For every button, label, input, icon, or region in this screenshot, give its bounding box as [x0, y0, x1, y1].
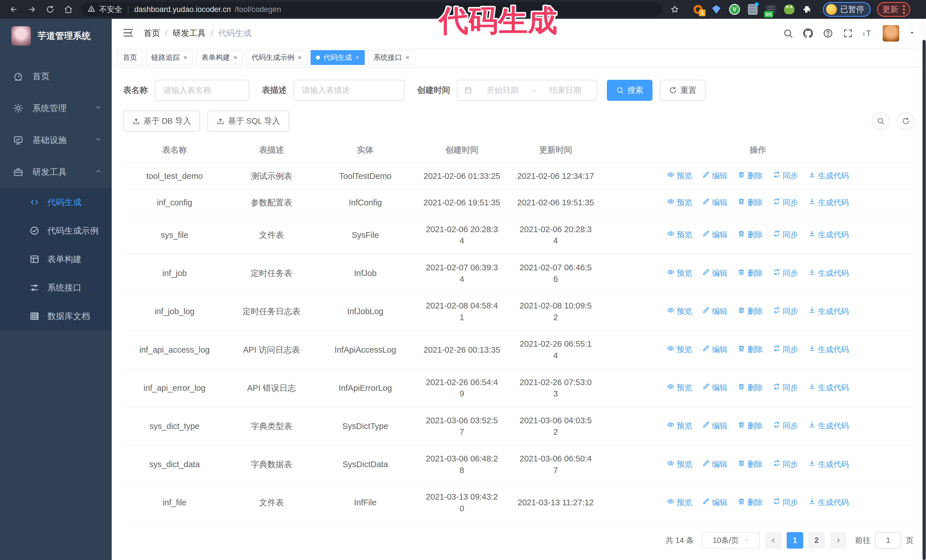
generate-link[interactable]: 生成代码 — [808, 459, 849, 470]
table-row[interactable]: inf_api_access_logAPI 访问日志表InfApiAccessL… — [123, 331, 915, 369]
delete-link[interactable]: 删除 — [738, 268, 763, 279]
generate-link[interactable]: 生成代码 — [808, 198, 849, 208]
tab-tracing[interactable]: 链路追踪× — [146, 50, 193, 65]
tab-codegen-demo[interactable]: 代码生成示例× — [246, 50, 307, 65]
sidebar-subitem-system-api[interactable]: 系统接口 — [0, 273, 112, 302]
table-row[interactable]: sys_dict_data字典数据表SysDictData2021-03-06 … — [123, 445, 915, 484]
delete-link[interactable]: 删除 — [738, 497, 763, 508]
edit-link[interactable]: 编辑 — [702, 344, 728, 355]
delete-link[interactable]: 删除 — [738, 306, 763, 317]
import-sql-button[interactable]: 基于 SQL 导入 — [207, 110, 289, 131]
home-icon[interactable] — [61, 3, 76, 16]
page-2-button[interactable]: 2 — [808, 532, 825, 549]
breadcrumb-item[interactable]: 研发工具 — [172, 28, 206, 39]
bookmark-star-icon[interactable] — [667, 3, 683, 16]
avatar-caret-down-icon[interactable] — [909, 30, 915, 37]
sync-link[interactable]: 同步 — [773, 421, 798, 432]
preview-link[interactable]: 预览 — [667, 421, 692, 432]
table-row[interactable]: inf_job定时任务表InfJob2021-02-07 06:39:3 420… — [123, 254, 915, 293]
sidebar-item-devtools[interactable]: 研发工具 — [0, 156, 112, 188]
extension-animal-icon[interactable] — [784, 4, 795, 15]
scrollbar-thumb[interactable] — [923, 40, 926, 560]
edit-link[interactable]: 编辑 — [702, 171, 728, 181]
delete-link[interactable]: 删除 — [738, 344, 763, 355]
tab-codegen[interactable]: 代码生成× — [310, 50, 365, 65]
start-date-placeholder[interactable]: 开始日期 — [478, 85, 527, 96]
sidebar-item-system[interactable]: 系统管理 — [0, 92, 112, 124]
preview-link[interactable]: 预览 — [667, 459, 692, 470]
table-row[interactable]: sys_dict_type字典类型表SysDictType2021-03-06 … — [123, 408, 915, 445]
goto-page-input[interactable] — [875, 532, 901, 549]
generate-link[interactable]: 生成代码 — [808, 229, 849, 240]
tab-home[interactable]: 首页 — [117, 50, 142, 65]
back-icon[interactable] — [6, 3, 22, 16]
edit-link[interactable]: 编辑 — [702, 459, 728, 470]
close-icon[interactable]: × — [406, 54, 409, 61]
table-row[interactable]: inf_config参数配置表InfConfig2021-02-06 19:51… — [123, 189, 915, 216]
delete-link[interactable]: 删除 — [738, 171, 763, 181]
paused-profile-badge[interactable]: 已暂停 — [823, 2, 871, 17]
sync-link[interactable]: 同步 — [773, 268, 798, 279]
table-desc-input[interactable] — [294, 80, 405, 101]
close-icon[interactable]: × — [298, 54, 302, 61]
end-date-placeholder[interactable]: 结束日期 — [540, 85, 590, 96]
delete-link[interactable]: 删除 — [738, 198, 763, 208]
edit-link[interactable]: 编辑 — [702, 229, 728, 240]
generate-link[interactable]: 生成代码 — [808, 344, 849, 355]
delete-link[interactable]: 删除 — [738, 459, 763, 470]
sidebar-subitem-codegen[interactable]: 代码生成 — [0, 188, 112, 216]
hamburger-icon[interactable] — [123, 27, 134, 39]
page-scrollbar[interactable] — [922, 19, 926, 560]
breadcrumb-item[interactable]: 首页 — [144, 28, 160, 39]
app-logo[interactable]: 芋道管理系统 — [0, 19, 112, 53]
preview-link[interactable]: 预览 — [667, 383, 692, 393]
preview-link[interactable]: 预览 — [667, 229, 692, 240]
extensions-puzzle-icon[interactable] — [802, 4, 813, 15]
delete-link[interactable]: 删除 — [738, 229, 763, 240]
table-row[interactable]: tool_test_demo测试示例表ToolTestDemo2021-02-0… — [123, 163, 915, 190]
sync-link[interactable]: 同步 — [773, 306, 798, 317]
table-row[interactable]: inf_file文件表InfFile2021-03-13 09:43:2 020… — [123, 484, 915, 522]
preview-link[interactable]: 预览 — [667, 171, 692, 181]
forward-icon[interactable] — [24, 3, 40, 16]
edit-link[interactable]: 编辑 — [702, 421, 728, 432]
page-1-button[interactable]: 1 — [787, 532, 803, 549]
update-button[interactable]: 更新 — [877, 2, 910, 17]
tab-form-builder[interactable]: 表单构建× — [196, 50, 243, 65]
extension-sliders-icon[interactable] — [747, 4, 758, 15]
edit-link[interactable]: 编辑 — [702, 306, 728, 317]
edit-link[interactable]: 编辑 — [702, 268, 728, 279]
extension-gem-icon[interactable] — [711, 4, 722, 15]
generate-link[interactable]: 生成代码 — [808, 268, 849, 279]
help-icon[interactable] — [823, 28, 833, 38]
sync-link[interactable]: 同步 — [773, 459, 798, 470]
table-row[interactable]: inf_job_log定时任务日志表InfJobLog2021-02-08 04… — [123, 293, 915, 331]
search-button[interactable]: 搜索 — [607, 80, 652, 101]
import-db-button[interactable]: 基于 DB 导入 — [123, 110, 200, 131]
sync-link[interactable]: 同步 — [773, 383, 798, 393]
extension-onbox-icon[interactable]: on — [765, 4, 777, 15]
reload-icon[interactable] — [42, 3, 58, 16]
sync-link[interactable]: 同步 — [773, 229, 798, 240]
toggle-search-button[interactable] — [872, 112, 890, 130]
table-row[interactable]: inf_api_error_logAPI 错误日志InfApiErrorLog2… — [123, 369, 915, 408]
preview-link[interactable]: 预览 — [667, 344, 692, 355]
close-icon[interactable]: × — [233, 54, 238, 61]
preview-link[interactable]: 预览 — [667, 268, 692, 279]
fullscreen-icon[interactable] — [843, 28, 853, 38]
github-icon[interactable] — [803, 28, 813, 38]
edit-link[interactable]: 编辑 — [702, 383, 728, 393]
generate-link[interactable]: 生成代码 — [808, 421, 849, 432]
font-size-icon[interactable]: tT — [863, 28, 873, 38]
reset-button[interactable]: 重置 — [660, 80, 705, 101]
preview-link[interactable]: 预览 — [667, 497, 692, 508]
sidebar-item-home[interactable]: 首页 — [0, 60, 112, 92]
edit-link[interactable]: 编辑 — [702, 497, 728, 508]
kebab-menu-icon[interactable] — [903, 5, 905, 14]
security-label[interactable]: 不安全 — [99, 4, 122, 15]
delete-link[interactable]: 删除 — [738, 421, 763, 432]
user-avatar[interactable] — [883, 25, 899, 42]
date-range-picker[interactable]: 开始日期 - 结束日期 — [457, 80, 597, 101]
edit-link[interactable]: 编辑 — [702, 198, 728, 208]
address-bar[interactable]: 不安全 dashboard.yudao.iocoder.cn/tool/code… — [81, 2, 662, 17]
